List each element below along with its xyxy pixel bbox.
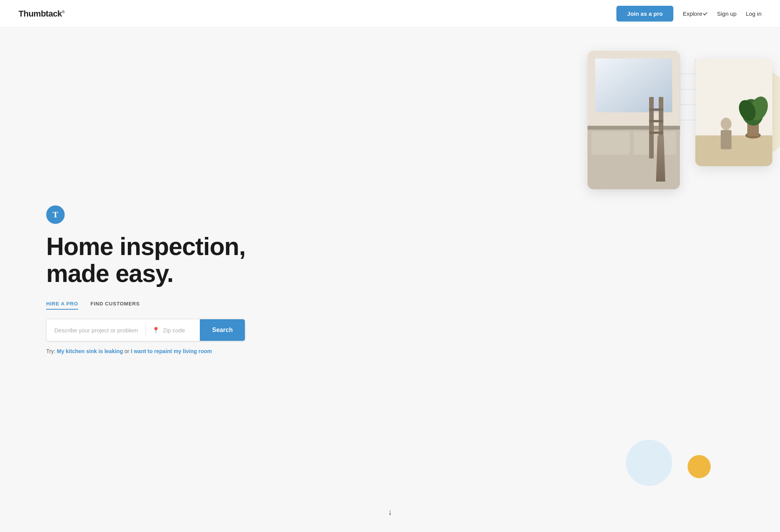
svg-rect-9 — [588, 51, 680, 189]
svg-rect-23 — [695, 58, 772, 135]
svg-rect-16 — [649, 97, 654, 158]
scroll-arrow[interactable]: ↓ — [388, 508, 392, 517]
svg-rect-15 — [588, 126, 680, 130]
svg-point-26 — [738, 97, 766, 128]
signup-button[interactable]: Sign up — [717, 10, 736, 17]
hero-headline: Home inspection, made easy. — [46, 233, 245, 287]
navbar: Thumbtack® Join as a pro Explore Sign up… — [0, 0, 780, 28]
try-suggestions: Try: My kitchen sink is leaking or I wan… — [46, 348, 245, 354]
hero-visuals — [390, 28, 780, 532]
logo-sup: ® — [62, 10, 65, 14]
suggestion-kitchen-link[interactable]: My kitchen sink is leaking — [57, 348, 123, 354]
svg-rect-22 — [695, 135, 772, 166]
logo-text: Thumbtack — [18, 9, 62, 18]
svg-rect-30 — [721, 130, 731, 149]
arc-decoration — [703, 66, 780, 158]
svg-rect-21 — [695, 58, 772, 166]
login-button[interactable]: Log in — [746, 10, 762, 17]
svg-rect-11 — [595, 58, 672, 112]
explore-label: Explore — [683, 10, 702, 17]
photo-card-interior — [695, 58, 772, 166]
location-pin-icon: 📍 — [152, 327, 160, 334]
svg-point-29 — [721, 118, 731, 130]
nav-right: Join as a pro Explore Sign up Log in — [616, 6, 762, 22]
thumbtack-letter: T — [53, 210, 59, 220]
svg-rect-20 — [649, 132, 663, 134]
chevron-down-icon — [703, 11, 707, 15]
try-label: Try: — [46, 348, 55, 354]
headline-line1: Home inspection, — [46, 233, 245, 260]
svg-rect-25 — [747, 120, 759, 136]
search-bar: 📍 Search — [46, 319, 245, 341]
svg-point-24 — [745, 132, 761, 138]
hero-tabs: HIRE A PRO FIND CUSTOMERS — [46, 301, 245, 310]
svg-rect-13 — [591, 132, 630, 155]
svg-rect-19 — [649, 120, 663, 122]
explore-button[interactable]: Explore — [683, 10, 708, 17]
svg-rect-17 — [659, 97, 663, 158]
tab-find-customers[interactable]: FIND CUSTOMERS — [90, 301, 140, 310]
svg-rect-18 — [649, 108, 663, 111]
search-button[interactable]: Search — [200, 319, 245, 341]
interior-image — [695, 58, 772, 166]
headline-line2: made easy. — [46, 260, 173, 287]
kitchen-image — [588, 51, 680, 189]
search-project-input[interactable] — [47, 319, 146, 341]
svg-rect-14 — [634, 132, 676, 155]
svg-rect-12 — [588, 128, 680, 189]
suggestion-or: or — [124, 348, 129, 354]
hero-content: T Home inspection, made easy. HIRE A PRO… — [46, 205, 245, 355]
svg-point-28 — [736, 97, 759, 123]
zip-code-input[interactable] — [163, 327, 194, 334]
thumbtack-icon-badge: T — [46, 205, 65, 224]
tab-hire-pro[interactable]: HIRE A PRO — [46, 301, 78, 310]
suggestion-repaint-link[interactable]: I want to repaint my living room — [131, 348, 212, 354]
circle-yellow-decoration — [688, 455, 711, 478]
circle-blue-decoration — [626, 440, 672, 486]
zip-area: 📍 — [146, 319, 200, 341]
photo-card-kitchen — [588, 51, 680, 189]
join-as-pro-button[interactable]: Join as a pro — [616, 6, 674, 22]
svg-rect-10 — [595, 58, 672, 112]
logo: Thumbtack® — [18, 9, 65, 19]
hero-section: T Home inspection, made easy. HIRE A PRO… — [0, 28, 780, 532]
grid-decoration — [649, 58, 734, 135]
svg-point-27 — [747, 94, 771, 123]
